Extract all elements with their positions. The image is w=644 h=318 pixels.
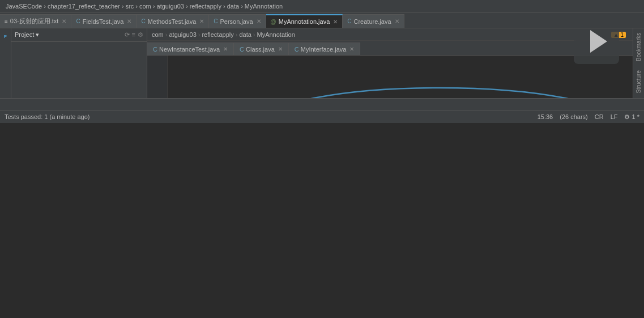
editor-tab-bar: ≡03-反射的应用.txt✕CFieldsTest.java✕CMethodsT… <box>0 12 644 28</box>
bookmarks-label[interactable]: Bookmarks <box>634 28 643 66</box>
status-extra: ⚙ 1 * <box>624 113 639 121</box>
breadcrumb-item-1[interactable]: atguigu03 <box>169 31 196 38</box>
breadcrumb-item-2[interactable]: reflectapply <box>202 31 233 38</box>
secondary-tab-stab2[interactable]: C Class.java✕ <box>234 43 289 55</box>
left-sidebar-icons: P <box>0 28 11 98</box>
breadcrumb-item-3[interactable]: data <box>239 31 251 38</box>
project-icon[interactable]: P <box>1 32 10 41</box>
editor-tab-tab5[interactable]: @MyAnnotation.java✕ <box>266 14 343 28</box>
status-time: 15:36 <box>538 113 553 120</box>
status-right: 15:36 (26 chars) CR LF ⚙ 1 * <box>538 113 639 121</box>
code-editor[interactable] <box>147 56 633 98</box>
project-panel: Project ▾ ⟳ ≡ ⚙ <box>11 28 147 98</box>
secondary-tab-stab3[interactable]: C MyInterface.java✕ <box>289 43 361 55</box>
editor-tab-tab2[interactable]: CFieldsTest.java✕ <box>71 14 137 28</box>
code-content[interactable] <box>168 56 633 98</box>
project-header-label: Project ▾ <box>15 31 39 39</box>
breadcrumb-bar: com›atguigu03›reflectapply›data›MyAnnota… <box>147 28 633 41</box>
bottom-toolbar <box>0 98 644 111</box>
mascot-image <box>574 28 619 64</box>
status-chars: (26 chars) <box>560 113 588 120</box>
editor-tab-tab3[interactable]: CMethodsTest.java✕ <box>137 14 209 28</box>
content-area: P Project ▾ ⟳ ≡ ⚙ com›atguigu03›reflecta… <box>0 28 644 98</box>
breadcrumb-item-4[interactable]: MyAnnotation <box>257 31 295 38</box>
right-sidebar: Bookmarks Structure <box>633 28 644 98</box>
line-numbers <box>147 56 168 98</box>
editor-tab-tab4[interactable]: CPerson.java✕ <box>209 14 266 28</box>
title-path: JavaSECode › chapter17_reflect_teacher ›… <box>6 3 283 10</box>
structure-label[interactable]: Structure <box>634 66 643 98</box>
breadcrumb: com›atguigu03›reflectapply›data›MyAnnota… <box>152 31 295 38</box>
play-icon <box>590 30 607 53</box>
status-bar: Tests passed: 1 (a minute ago) 15:36 (26… <box>0 111 644 123</box>
project-header-icons: ⟳ ≡ ⚙ <box>125 31 143 39</box>
project-header: Project ▾ ⟳ ≡ ⚙ <box>11 28 147 42</box>
editor-tab-tab6[interactable]: CCreature.java✕ <box>343 14 404 28</box>
settings-icon[interactable]: ⚙ <box>138 31 143 39</box>
sync-icon[interactable]: ⟳ <box>125 31 130 39</box>
editor-area: com›atguigu03›reflectapply›data›MyAnnota… <box>147 28 633 98</box>
secondary-tab-bar: C NewInstanceTest.java✕C Class.java✕C My… <box>147 41 633 56</box>
status-left: Tests passed: 1 (a minute ago) <box>5 113 89 120</box>
editor-tab-tab1[interactable]: ≡03-反射的应用.txt✕ <box>0 14 71 28</box>
status-encoding: CR <box>595 113 604 120</box>
breadcrumb-item-0[interactable]: com <box>152 31 164 38</box>
secondary-tab-stab1[interactable]: C NewInstanceTest.java✕ <box>147 43 234 55</box>
project-tree <box>11 42 147 98</box>
collapse-icon[interactable]: ≡ <box>132 31 135 39</box>
title-bar: JavaSECode › chapter17_reflect_teacher ›… <box>0 0 644 12</box>
status-lf: LF <box>611 113 618 120</box>
test-status: Tests passed: 1 (a minute ago) <box>5 113 89 120</box>
